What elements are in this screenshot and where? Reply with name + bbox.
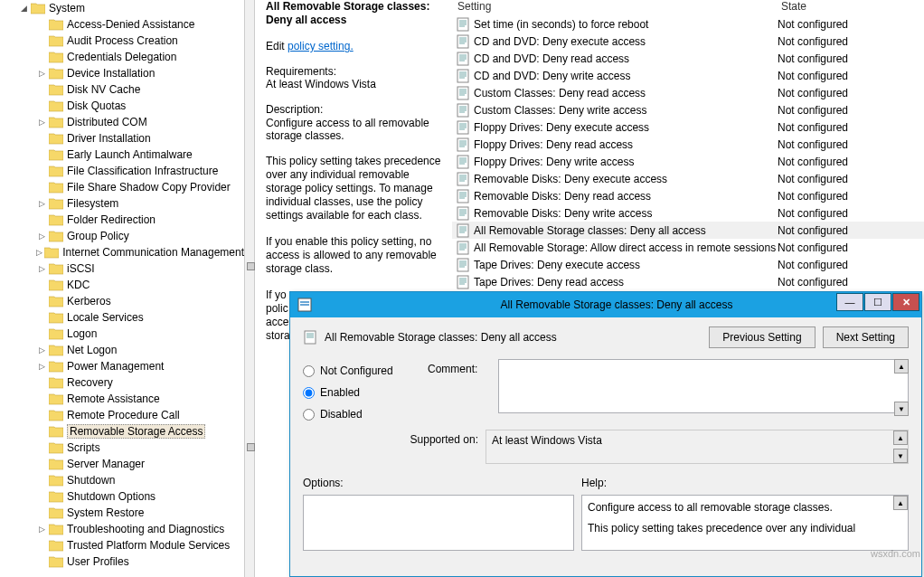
folder-icon — [49, 539, 63, 552]
tree-item[interactable]: ▷Internet Communication Management — [0, 244, 244, 260]
radio-enabled-input[interactable] — [303, 387, 315, 399]
tree-item[interactable]: ▷Folder Redirection — [0, 212, 244, 228]
radio-not-configured[interactable]: Not Configured — [303, 364, 420, 377]
scroll-down-icon[interactable]: ▼ — [894, 402, 909, 416]
tree-item-system[interactable]: ◢ System — [0, 0, 244, 16]
tree-item[interactable]: ▷Troubleshooting and Diagnostics — [0, 521, 244, 537]
tree-item[interactable]: ▷iSCSI — [0, 260, 244, 277]
policy-setting-link[interactable]: policy setting. — [288, 40, 354, 52]
collapse-icon[interactable]: ◢ — [18, 3, 29, 14]
scroll-down-icon[interactable]: ▼ — [893, 449, 908, 463]
comment-textarea[interactable] — [498, 359, 909, 413]
tree-item[interactable]: ▷File Classification Infrastructure — [0, 163, 244, 179]
setting-row[interactable]: Removable Disks: Deny execute accessNot … — [452, 170, 924, 187]
tree-item[interactable]: ▷Access-Denied Assistance — [0, 16, 244, 33]
folder-icon — [31, 2, 45, 14]
setting-row[interactable]: Set time (in seconds) to force rebootNot… — [452, 15, 924, 33]
help-text-1: Configure access to all removable storag… — [588, 501, 902, 515]
tree-item[interactable]: ▷Recovery — [0, 374, 244, 391]
tree-item[interactable]: ▷Logon — [0, 326, 244, 342]
expand-icon[interactable]: ▷ — [36, 524, 47, 534]
close-button[interactable]: ✕ — [892, 293, 919, 311]
watermark: wsxdn.com — [871, 548, 920, 559]
radio-not-configured-input[interactable] — [303, 365, 315, 377]
expand-icon[interactable]: ▷ — [36, 117, 47, 128]
tree-item[interactable]: ▷Filesystem — [0, 195, 244, 212]
tree-item[interactable]: ▷User Profiles — [0, 553, 244, 570]
tree-item[interactable]: ▷Power Management — [0, 358, 244, 374]
tree-label: System — [49, 2, 85, 14]
help-box: Configure access to all removable storag… — [581, 495, 909, 551]
tree-item[interactable]: ▷File Share Shadow Copy Provider — [0, 179, 244, 195]
tree-item[interactable]: ▷Locale Services — [0, 309, 244, 326]
scroll-up-icon[interactable]: ▲ — [893, 430, 908, 445]
setting-row[interactable]: CD and DVD: Deny write accessNot configu… — [452, 67, 924, 84]
policy-icon — [456, 103, 470, 118]
expand-icon[interactable]: ▷ — [36, 198, 47, 209]
expand-icon[interactable]: ▷ — [36, 68, 47, 79]
setting-row[interactable]: Tape Drives: Deny read accessNot configu… — [452, 273, 924, 290]
setting-row[interactable]: Floppy Drives: Deny execute accessNot co… — [452, 118, 924, 136]
tree-item[interactable]: ▷Early Launch Antimalware — [0, 147, 244, 163]
expand-icon[interactable]: ▷ — [36, 263, 47, 274]
dialog-sys-icon — [297, 298, 312, 312]
dialog-titlebar[interactable]: All Removable Storage classes: Deny all … — [290, 292, 921, 317]
tree-item[interactable]: ▷Remote Procedure Call — [0, 407, 244, 423]
expand-icon[interactable]: ▷ — [36, 247, 42, 258]
setting-row[interactable]: CD and DVD: Deny read accessNot configur… — [452, 50, 924, 67]
previous-setting-button[interactable]: Previous Setting — [709, 326, 815, 348]
col-header-setting[interactable]: Setting — [452, 0, 778, 15]
tree-item[interactable]: ▷Disk NV Cache — [0, 81, 244, 98]
radio-enabled[interactable]: Enabled — [303, 386, 420, 399]
setting-row[interactable]: CD and DVD: Deny execute accessNot confi… — [452, 33, 924, 50]
tree-item[interactable]: ▷Remote Assistance — [0, 391, 244, 407]
tree-item[interactable]: ▷Disk Quotas — [0, 98, 244, 114]
tree-item[interactable]: ▷Driver Installation — [0, 130, 244, 147]
minimize-button[interactable]: — — [836, 293, 863, 311]
tree-item[interactable]: ▷System Restore — [0, 505, 244, 521]
tree-item[interactable]: ▷Kerberos — [0, 293, 244, 309]
setting-row[interactable]: Floppy Drives: Deny write accessNot conf… — [452, 153, 924, 170]
tree-item[interactable]: ▷Trusted Platform Module Services — [0, 537, 244, 553]
splitter[interactable] — [244, 0, 255, 577]
folder-icon — [49, 181, 63, 194]
setting-row[interactable]: All Removable Storage: Allow direct acce… — [452, 239, 924, 256]
tree-item[interactable]: ▷Removable Storage Access — [0, 423, 244, 440]
scroll-up-icon[interactable]: ▲ — [894, 359, 909, 374]
tree-item[interactable]: ▷Scripts — [0, 440, 244, 456]
tree-label: Audit Process Creation — [67, 34, 178, 47]
radio-disabled-input[interactable] — [303, 409, 315, 421]
expand-icon[interactable]: ▷ — [36, 231, 47, 241]
options-box — [303, 495, 574, 551]
tree-item[interactable]: ▷Net Logon — [0, 342, 244, 358]
expand-icon[interactable]: ▷ — [36, 361, 47, 372]
expand-icon[interactable]: ▷ — [36, 345, 47, 355]
setting-row[interactable]: Floppy Drives: Deny read accessNot confi… — [452, 136, 924, 153]
maximize-button[interactable]: ☐ — [864, 293, 891, 311]
setting-name: Removable Disks: Deny read access — [474, 190, 778, 203]
tree-item[interactable]: ▷Device Installation — [0, 65, 244, 81]
tree-label: Disk NV Cache — [67, 83, 140, 96]
setting-state: Not configured — [778, 138, 904, 151]
tree-item[interactable]: ▷Server Manager — [0, 456, 244, 472]
setting-row[interactable]: All Removable Storage classes: Deny all … — [452, 222, 924, 239]
tree-item[interactable]: ▷Shutdown Options — [0, 488, 244, 505]
tree-item[interactable]: ▷Distributed COM — [0, 114, 244, 130]
setting-row[interactable]: Removable Disks: Deny write accessNot co… — [452, 204, 924, 222]
folder-icon — [49, 474, 63, 487]
setting-row[interactable]: Tape Drives: Deny execute accessNot conf… — [452, 256, 924, 273]
setting-row[interactable]: Custom Classes: Deny write accessNot con… — [452, 101, 924, 118]
scroll-up-icon[interactable]: ▲ — [893, 496, 908, 510]
setting-row[interactable]: Custom Classes: Deny read accessNot conf… — [452, 84, 924, 101]
next-setting-button[interactable]: Next Setting — [823, 326, 909, 348]
col-header-state[interactable]: State — [778, 0, 904, 15]
supported-on-label: Supported on: — [303, 430, 486, 446]
tree-item[interactable]: ▷Credentials Delegation — [0, 49, 244, 65]
setting-row[interactable]: Removable Disks: Deny read accessNot con… — [452, 187, 924, 204]
policy-icon — [456, 275, 470, 289]
tree-item[interactable]: ▷Shutdown — [0, 472, 244, 488]
tree-item[interactable]: ▷Audit Process Creation — [0, 33, 244, 49]
radio-disabled[interactable]: Disabled — [303, 408, 420, 421]
tree-item[interactable]: ▷Group Policy — [0, 228, 244, 244]
tree-item[interactable]: ▷KDC — [0, 277, 244, 293]
